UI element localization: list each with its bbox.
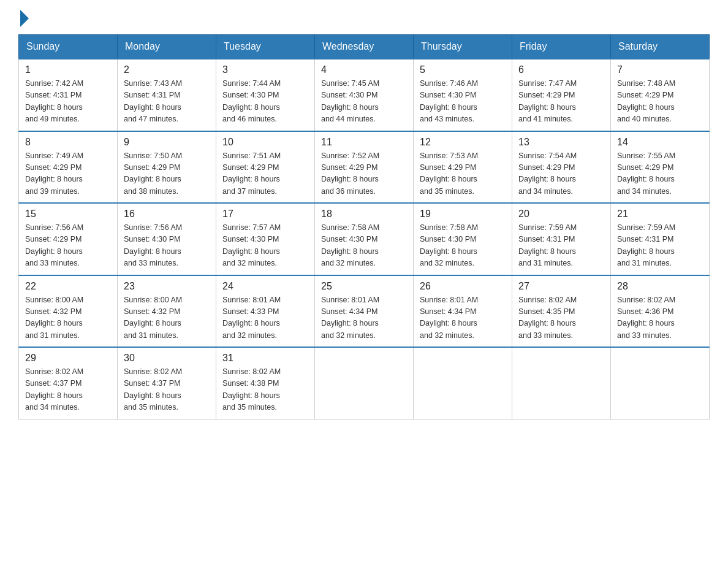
day-info: Sunrise: 7:58 AMSunset: 4:30 PMDaylight:…	[420, 222, 506, 270]
day-number: 22	[25, 281, 111, 292]
day-number: 30	[124, 353, 210, 364]
day-info: Sunrise: 7:51 AMSunset: 4:29 PMDaylight:…	[222, 150, 308, 198]
header-thursday: Thursday	[414, 35, 512, 59]
day-info: Sunrise: 7:43 AMSunset: 4:31 PMDaylight:…	[124, 78, 210, 126]
day-info: Sunrise: 8:00 AMSunset: 4:32 PMDaylight:…	[25, 294, 111, 342]
table-row: 14 Sunrise: 7:55 AMSunset: 4:29 PMDaylig…	[611, 131, 710, 204]
table-row: 15 Sunrise: 7:56 AMSunset: 4:29 PMDaylig…	[19, 203, 118, 275]
table-row: 26 Sunrise: 8:01 AMSunset: 4:34 PMDaylig…	[414, 275, 512, 348]
header-wednesday: Wednesday	[315, 35, 414, 59]
day-number: 17	[222, 209, 308, 220]
day-info: Sunrise: 7:48 AMSunset: 4:29 PMDaylight:…	[617, 78, 703, 126]
day-number: 14	[617, 137, 703, 148]
day-info: Sunrise: 8:02 AMSunset: 4:37 PMDaylight:…	[124, 366, 210, 414]
header-monday: Monday	[118, 35, 216, 59]
day-number: 24	[222, 281, 308, 292]
day-number: 8	[25, 137, 111, 148]
day-info: Sunrise: 7:46 AMSunset: 4:30 PMDaylight:…	[420, 78, 506, 126]
header-tuesday: Tuesday	[216, 35, 315, 59]
day-number: 29	[25, 353, 111, 364]
table-row: 31 Sunrise: 8:02 AMSunset: 4:38 PMDaylig…	[216, 347, 315, 419]
calendar-week-row: 1 Sunrise: 7:42 AMSunset: 4:31 PMDayligh…	[19, 59, 710, 131]
header-saturday: Saturday	[611, 35, 710, 59]
day-info: Sunrise: 7:44 AMSunset: 4:30 PMDaylight:…	[222, 78, 308, 126]
page-header	[18, 12, 710, 23]
day-number: 20	[518, 209, 604, 220]
day-info: Sunrise: 8:01 AMSunset: 4:34 PMDaylight:…	[420, 294, 506, 342]
day-number: 7	[617, 64, 703, 75]
table-row: 11 Sunrise: 7:52 AMSunset: 4:29 PMDaylig…	[315, 131, 414, 204]
day-info: Sunrise: 7:54 AMSunset: 4:29 PMDaylight:…	[518, 150, 604, 198]
day-info: Sunrise: 8:01 AMSunset: 4:33 PMDaylight:…	[222, 294, 308, 342]
table-row: 25 Sunrise: 8:01 AMSunset: 4:34 PMDaylig…	[315, 275, 414, 348]
day-number: 19	[420, 209, 506, 220]
day-number: 11	[321, 137, 407, 148]
table-row: 10 Sunrise: 7:51 AMSunset: 4:29 PMDaylig…	[216, 131, 315, 204]
day-info: Sunrise: 8:00 AMSunset: 4:32 PMDaylight:…	[124, 294, 210, 342]
day-number: 10	[222, 137, 308, 148]
table-row: 2 Sunrise: 7:43 AMSunset: 4:31 PMDayligh…	[118, 59, 216, 131]
calendar-table: Sunday Monday Tuesday Wednesday Thursday…	[18, 34, 710, 419]
day-info: Sunrise: 7:42 AMSunset: 4:31 PMDaylight:…	[25, 78, 111, 126]
day-number: 31	[222, 353, 308, 364]
table-row: 21 Sunrise: 7:59 AMSunset: 4:31 PMDaylig…	[611, 203, 710, 275]
day-info: Sunrise: 8:02 AMSunset: 4:38 PMDaylight:…	[222, 366, 308, 414]
day-number: 16	[124, 209, 210, 220]
table-row: 18 Sunrise: 7:58 AMSunset: 4:30 PMDaylig…	[315, 203, 414, 275]
table-row: 19 Sunrise: 7:58 AMSunset: 4:30 PMDaylig…	[414, 203, 512, 275]
table-row: 28 Sunrise: 8:02 AMSunset: 4:36 PMDaylig…	[611, 275, 710, 348]
day-number: 21	[617, 209, 703, 220]
table-row: 17 Sunrise: 7:57 AMSunset: 4:30 PMDaylig…	[216, 203, 315, 275]
day-number: 1	[25, 64, 111, 75]
table-row	[611, 347, 710, 419]
day-info: Sunrise: 7:47 AMSunset: 4:29 PMDaylight:…	[518, 78, 604, 126]
table-row	[512, 347, 611, 419]
table-row: 24 Sunrise: 8:01 AMSunset: 4:33 PMDaylig…	[216, 275, 315, 348]
calendar-week-row: 22 Sunrise: 8:00 AMSunset: 4:32 PMDaylig…	[19, 275, 710, 348]
table-row	[315, 347, 414, 419]
day-info: Sunrise: 7:55 AMSunset: 4:29 PMDaylight:…	[617, 150, 703, 198]
table-row: 22 Sunrise: 8:00 AMSunset: 4:32 PMDaylig…	[19, 275, 118, 348]
day-number: 9	[124, 137, 210, 148]
day-info: Sunrise: 7:50 AMSunset: 4:29 PMDaylight:…	[124, 150, 210, 198]
logo	[18, 12, 29, 23]
table-row: 13 Sunrise: 7:54 AMSunset: 4:29 PMDaylig…	[512, 131, 611, 204]
table-row: 29 Sunrise: 8:02 AMSunset: 4:37 PMDaylig…	[19, 347, 118, 419]
table-row: 12 Sunrise: 7:53 AMSunset: 4:29 PMDaylig…	[414, 131, 512, 204]
table-row: 27 Sunrise: 8:02 AMSunset: 4:35 PMDaylig…	[512, 275, 611, 348]
calendar-week-row: 29 Sunrise: 8:02 AMSunset: 4:37 PMDaylig…	[19, 347, 710, 419]
day-number: 27	[518, 281, 604, 292]
day-info: Sunrise: 8:02 AMSunset: 4:36 PMDaylight:…	[617, 294, 703, 342]
table-row: 6 Sunrise: 7:47 AMSunset: 4:29 PMDayligh…	[512, 59, 611, 131]
day-info: Sunrise: 7:49 AMSunset: 4:29 PMDaylight:…	[25, 150, 111, 198]
day-info: Sunrise: 7:56 AMSunset: 4:29 PMDaylight:…	[25, 222, 111, 270]
day-number: 13	[518, 137, 604, 148]
day-number: 25	[321, 281, 407, 292]
table-row: 4 Sunrise: 7:45 AMSunset: 4:30 PMDayligh…	[315, 59, 414, 131]
table-row: 9 Sunrise: 7:50 AMSunset: 4:29 PMDayligh…	[118, 131, 216, 204]
day-info: Sunrise: 8:02 AMSunset: 4:35 PMDaylight:…	[518, 294, 604, 342]
table-row	[414, 347, 512, 419]
calendar-header-row: Sunday Monday Tuesday Wednesday Thursday…	[19, 35, 710, 59]
day-info: Sunrise: 7:59 AMSunset: 4:31 PMDaylight:…	[617, 222, 703, 270]
header-friday: Friday	[512, 35, 611, 59]
day-info: Sunrise: 7:58 AMSunset: 4:30 PMDaylight:…	[321, 222, 407, 270]
day-number: 2	[124, 64, 210, 75]
day-info: Sunrise: 7:57 AMSunset: 4:30 PMDaylight:…	[222, 222, 308, 270]
day-number: 23	[124, 281, 210, 292]
day-number: 5	[420, 64, 506, 75]
table-row: 16 Sunrise: 7:56 AMSunset: 4:30 PMDaylig…	[118, 203, 216, 275]
table-row: 30 Sunrise: 8:02 AMSunset: 4:37 PMDaylig…	[118, 347, 216, 419]
day-info: Sunrise: 8:01 AMSunset: 4:34 PMDaylight:…	[321, 294, 407, 342]
day-number: 4	[321, 64, 407, 75]
day-info: Sunrise: 7:59 AMSunset: 4:31 PMDaylight:…	[518, 222, 604, 270]
day-info: Sunrise: 7:53 AMSunset: 4:29 PMDaylight:…	[420, 150, 506, 198]
table-row: 8 Sunrise: 7:49 AMSunset: 4:29 PMDayligh…	[19, 131, 118, 204]
table-row: 5 Sunrise: 7:46 AMSunset: 4:30 PMDayligh…	[414, 59, 512, 131]
day-info: Sunrise: 8:02 AMSunset: 4:37 PMDaylight:…	[25, 366, 111, 414]
day-number: 6	[518, 64, 604, 75]
table-row: 3 Sunrise: 7:44 AMSunset: 4:30 PMDayligh…	[216, 59, 315, 131]
day-number: 15	[25, 209, 111, 220]
day-number: 3	[222, 64, 308, 75]
table-row: 23 Sunrise: 8:00 AMSunset: 4:32 PMDaylig…	[118, 275, 216, 348]
